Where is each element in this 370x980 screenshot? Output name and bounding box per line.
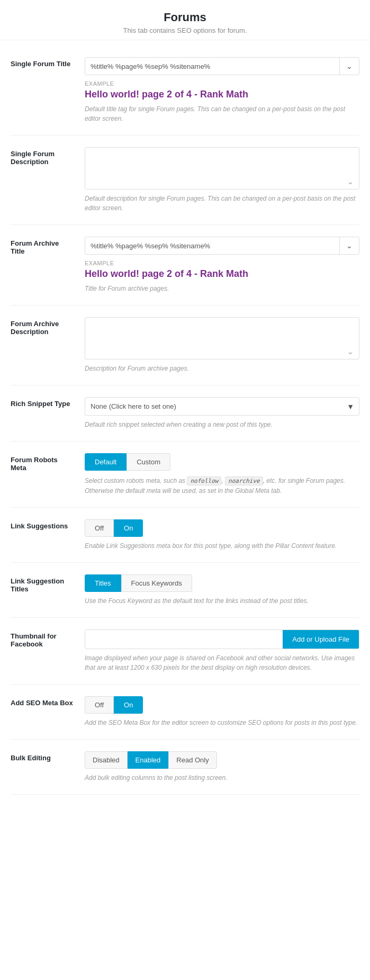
forum-archive-title-dropdown-arrow[interactable]: ⌄ <box>339 237 359 254</box>
forum-archive-description-arrow: ⌄ <box>347 347 354 356</box>
rich-snippet-select-wrapper: None (Click here to set one) ▼ <box>85 397 359 416</box>
link-suggestion-focus-keywords-button[interactable]: Focus Keywords <box>121 574 192 592</box>
forum-archive-title-input[interactable] <box>85 238 339 254</box>
label-single-forum-title: Single Forum Title <box>11 57 85 68</box>
content-rich-snippet-type: None (Click here to set one) ▼ Default r… <box>85 397 359 429</box>
settings-container: Single Forum Title ⌄ EXAMPLE Hello world… <box>0 46 370 795</box>
content-single-forum-description: ⌄ Default description for single Forum p… <box>85 147 359 213</box>
bulk-editing-button-group: Disabled Enabled Read Only <box>85 751 359 769</box>
help-text-add-seo-meta-box: Add the SEO Meta Box for the editor scre… <box>85 718 359 727</box>
content-thumbnail-facebook: Add or Upload File Image displayed when … <box>85 630 359 672</box>
content-link-suggestion-titles: Titles Focus Keywords Use the Focus Keyw… <box>85 574 359 606</box>
help-text-link-suggestion-titles: Use the Focus Keyword as the default tex… <box>85 596 359 606</box>
label-link-suggestions: Link Suggestions <box>11 519 85 530</box>
link-suggestion-titles-button-group: Titles Focus Keywords <box>85 574 359 592</box>
single-forum-title-input-wrapper: ⌄ <box>85 57 359 75</box>
content-link-suggestions: Off On Enable Link Suggestions meta box … <box>85 519 359 551</box>
label-rich-snippet-type: Rich Snippet Type <box>11 397 85 408</box>
robots-meta-default-button[interactable]: Default <box>85 453 127 471</box>
rich-snippet-select[interactable]: None (Click here to set one) <box>85 397 359 416</box>
single-forum-title-input[interactable] <box>85 58 339 75</box>
forum-archive-description-textarea[interactable] <box>85 318 359 355</box>
setting-single-forum-description: Single Forum Description ⌄ Default descr… <box>11 136 359 225</box>
add-upload-file-button[interactable]: Add or Upload File <box>283 630 359 649</box>
thumbnail-facebook-input-row: Add or Upload File <box>85 630 359 649</box>
robots-meta-button-group: Default Custom <box>85 453 359 471</box>
single-forum-title-dropdown-arrow[interactable]: ⌄ <box>339 58 359 75</box>
nofollow-code: nofollow <box>187 476 221 485</box>
help-text-bulk-editing: Add bulk editing columns to the post lis… <box>85 773 359 783</box>
link-suggestions-off-button[interactable]: Off <box>85 519 114 537</box>
setting-forum-robots-meta: Forum Robots Meta Default Custom Select … <box>11 442 359 508</box>
example-link-1[interactable]: Hello world! page 2 of 4 - Rank Math <box>85 89 359 100</box>
forum-archive-title-input-wrapper: ⌄ <box>85 237 359 255</box>
content-forum-archive-title: ⌄ EXAMPLE Hello world! page 2 of 4 - Ran… <box>85 237 359 293</box>
forum-archive-description-wrapper: ⌄ <box>85 317 359 359</box>
label-forum-archive-description: Forum Archive Description <box>11 317 85 336</box>
setting-link-suggestions: Link Suggestions Off On Enable Link Sugg… <box>11 508 359 563</box>
setting-thumbnail-facebook: Thumbnail for Facebook Add or Upload Fil… <box>11 618 359 685</box>
single-forum-description-arrow: ⌄ <box>347 177 354 186</box>
setting-bulk-editing: Bulk Editing Disabled Enabled Read Only … <box>11 740 359 795</box>
robots-meta-custom-button[interactable]: Custom <box>127 453 170 471</box>
bulk-editing-disabled-button[interactable]: Disabled <box>85 751 128 769</box>
help-text-link-suggestions: Enable Link Suggestions meta box for thi… <box>85 541 359 551</box>
label-bulk-editing: Bulk Editing <box>11 751 85 762</box>
link-suggestions-on-button[interactable]: On <box>114 519 143 537</box>
single-forum-description-wrapper: ⌄ <box>85 147 359 190</box>
help-text-rich-snippet-type: Default rich snippet selected when creat… <box>85 420 359 429</box>
help-text-single-forum-title: Default title tag for single Forum pages… <box>85 104 359 123</box>
help-text-thumbnail-facebook: Image displayed when your page is shared… <box>85 653 359 672</box>
bulk-editing-enabled-button[interactable]: Enabled <box>128 751 169 769</box>
label-thumbnail-facebook: Thumbnail for Facebook <box>11 630 85 648</box>
label-forum-robots-meta: Forum Robots Meta <box>11 453 85 472</box>
label-single-forum-description: Single Forum Description <box>11 147 85 166</box>
setting-rich-snippet-type: Rich Snippet Type None (Click here to se… <box>11 385 359 442</box>
content-single-forum-title: ⌄ EXAMPLE Hello world! page 2 of 4 - Ran… <box>85 57 359 123</box>
example-label-1: EXAMPLE <box>85 80 359 87</box>
link-suggestions-button-group: Off On <box>85 519 359 537</box>
setting-single-forum-title: Single Forum Title ⌄ EXAMPLE Hello world… <box>11 46 359 136</box>
thumbnail-facebook-input[interactable] <box>85 630 283 649</box>
help-text-forum-archive-title: Title for Forum archive pages. <box>85 284 359 293</box>
content-add-seo-meta-box: Off On Add the SEO Meta Box for the edit… <box>85 696 359 727</box>
label-link-suggestion-titles: Link Suggestion Titles <box>11 574 85 593</box>
page-title: Forums <box>0 11 370 24</box>
seo-meta-box-on-button[interactable]: On <box>114 696 143 714</box>
seo-meta-box-button-group: Off On <box>85 696 359 714</box>
setting-forum-archive-title: Forum Archive Title ⌄ EXAMPLE Hello worl… <box>11 225 359 305</box>
noarchive-code: noarchive <box>225 476 263 485</box>
page-subtitle: This tab contains SEO options for forum. <box>0 26 370 34</box>
setting-link-suggestion-titles: Link Suggestion Titles Titles Focus Keyw… <box>11 563 359 618</box>
setting-forum-archive-description: Forum Archive Description ⌄ Description … <box>11 305 359 385</box>
help-text-forum-archive-description: Description for Forum archive pages. <box>85 364 359 373</box>
example-link-2[interactable]: Hello world! page 2 of 4 - Rank Math <box>85 268 359 280</box>
content-forum-archive-description: ⌄ Description for Forum archive pages. <box>85 317 359 373</box>
seo-meta-box-off-button[interactable]: Off <box>85 696 114 714</box>
help-text-single-forum-description: Default description for single Forum pag… <box>85 194 359 213</box>
link-suggestion-titles-button[interactable]: Titles <box>85 574 121 592</box>
single-forum-description-textarea[interactable] <box>85 148 359 185</box>
example-label-2: EXAMPLE <box>85 260 359 266</box>
label-add-seo-meta-box: Add SEO Meta Box <box>11 696 85 707</box>
bulk-editing-readonly-button[interactable]: Read Only <box>168 751 216 769</box>
label-forum-archive-title: Forum Archive Title <box>11 237 85 255</box>
content-bulk-editing: Disabled Enabled Read Only Add bulk edit… <box>85 751 359 783</box>
help-text-forum-robots-meta: Select custom robots meta, such as nofol… <box>85 476 359 496</box>
setting-add-seo-meta-box: Add SEO Meta Box Off On Add the SEO Meta… <box>11 685 359 740</box>
content-forum-robots-meta: Default Custom Select custom robots meta… <box>85 453 359 496</box>
